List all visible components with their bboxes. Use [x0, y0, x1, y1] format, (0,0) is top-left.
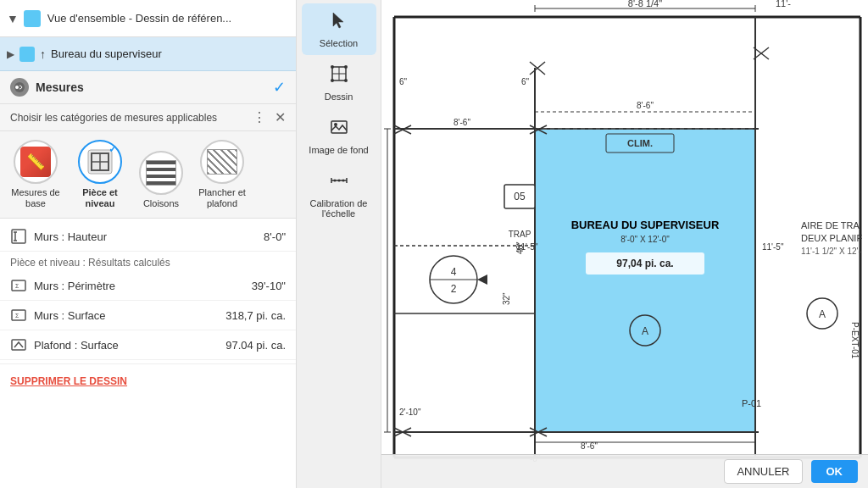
- svg-text:P-EXT-01: P-EXT-01: [850, 322, 860, 359]
- murs-perimetre-label: Murs : Périmètre: [34, 280, 252, 292]
- mesures-title: Mesures: [36, 80, 273, 94]
- categories-close-icon[interactable]: ✕: [275, 109, 286, 125]
- tool-selection-label: Sélection: [320, 38, 358, 48]
- sub-nav-expand-icon[interactable]: ▶: [7, 48, 14, 60]
- nav-collapse-icon[interactable]: ▼: [7, 12, 19, 25]
- nav-title: Vue d'ensemble - Dessin de référen...: [47, 12, 289, 25]
- svg-text:32": 32": [502, 292, 511, 305]
- murs-surface-icon: Σ: [10, 307, 27, 324]
- svg-text:A: A: [642, 325, 648, 337]
- svg-text:11'-: 11'-: [776, 0, 791, 8]
- svg-text:Σ: Σ: [15, 313, 19, 319]
- tool-selection[interactable]: Sélection: [302, 3, 376, 55]
- svg-text:TRAP: TRAP: [509, 230, 531, 239]
- canvas-bottom-bar: ANNULER OK: [381, 454, 868, 488]
- plafond-surface-icon: [10, 336, 27, 353]
- category-item-cloisons[interactable]: Cloisons: [139, 151, 183, 209]
- tool-image-fond[interactable]: Image de fond: [302, 110, 376, 162]
- right-toolbar: Sélection Dessin Image de fond: [297, 0, 381, 488]
- delete-row: SUPPRIMER LE DESSIN: [0, 363, 296, 396]
- svg-point-21: [344, 79, 348, 82]
- murs-perimetre-icon: Σ: [10, 277, 27, 294]
- mesures-header: Mesures ✓: [0, 71, 296, 104]
- categories-more-icon[interactable]: ⋮: [253, 109, 266, 125]
- sub-nav-title: Bureau du superviseur: [51, 47, 162, 60]
- tool-dessin[interactable]: Dessin: [302, 57, 376, 108]
- selection-icon: [329, 10, 349, 35]
- svg-text:6": 6": [521, 77, 530, 86]
- svg-rect-14: [12, 340, 25, 350]
- results-section-label: Pièce et niveau : Résultats calculés: [0, 252, 296, 271]
- svg-text:Σ: Σ: [15, 283, 19, 289]
- measurements-list: Murs : Hauteur 8'-0" Pièce et niveau : R…: [0, 219, 296, 488]
- category-label-cloisons: Cloisons: [143, 198, 179, 209]
- plafond-surface-value: 97.04 pi. ca.: [225, 339, 286, 352]
- svg-text:8'-6": 8'-6": [581, 441, 598, 451]
- category-icon-plancher: [200, 140, 244, 184]
- svg-point-18: [331, 65, 334, 69]
- svg-point-23: [334, 123, 337, 126]
- canvas-area[interactable]: 8'-8 1/4" 11'- 8'-6" 8'-6" 6" 6" 12'-0" …: [381, 0, 868, 488]
- murs-hauteur-row: Murs : Hauteur 8'-0": [0, 222, 296, 252]
- ok-button[interactable]: OK: [811, 460, 859, 483]
- svg-text:4: 4: [451, 266, 457, 278]
- image-fond-icon: [329, 117, 349, 141]
- left-panel: ▼ Vue d'ensemble - Dessin de référen... …: [0, 0, 297, 488]
- category-icon-base: 📏: [14, 140, 58, 184]
- category-label-base: Mesures de base: [10, 187, 61, 209]
- svg-text:8'-6": 8'-6": [637, 101, 654, 110]
- category-item-piece[interactable]: Pièce et niveau: [75, 140, 125, 209]
- wall-icon: [146, 160, 176, 186]
- floor-plan-svg: 8'-8 1/4" 11'- 8'-6" 8'-6" 6" 6" 12'-0" …: [381, 0, 868, 488]
- svg-text:DEUX PLANIF: DEUX PLANIF: [801, 233, 862, 243]
- sub-nav-color-indicator: [19, 47, 35, 62]
- annuler-button[interactable]: ANNULER: [724, 459, 802, 484]
- tool-image-fond-label: Image de fond: [309, 145, 368, 155]
- murs-surface-label: Murs : Surface: [34, 309, 225, 322]
- calibration-icon: [329, 170, 349, 195]
- svg-text:8'-0" X 12'-0": 8'-0" X 12'-0": [620, 235, 670, 244]
- category-label-plancher: Plancher et plafond: [197, 187, 248, 209]
- tape-icon: 📏: [20, 147, 51, 177]
- mesures-check-icon[interactable]: ✓: [273, 78, 286, 97]
- svg-point-29: [342, 180, 344, 182]
- sub-nav: ▶ ↑ Bureau du superviseur: [0, 37, 296, 71]
- murs-surface-value: 318,7 pi. ca.: [225, 309, 286, 322]
- svg-text:AIRE DE TRA: AIRE DE TRA: [801, 220, 860, 230]
- svg-text:BUREAU DU SUPERVISEUR: BUREAU DU SUPERVISEUR: [571, 219, 720, 231]
- category-label-piece: Pièce et niveau: [75, 187, 125, 209]
- svg-text:11'-5": 11'-5": [516, 242, 538, 252]
- svg-text:6": 6": [399, 77, 408, 86]
- plafond-surface-row: Plafond : Surface 97.04 pi. ca.: [0, 330, 296, 360]
- svg-text:CLIM.: CLIM.: [627, 138, 653, 148]
- svg-text:12'-0": 12'-0": [381, 277, 383, 299]
- svg-text:P-01: P-01: [742, 398, 761, 408]
- svg-text:2'-10": 2'-10": [399, 408, 421, 417]
- svg-rect-35: [535, 129, 755, 432]
- svg-point-28: [337, 180, 340, 182]
- categories-bar: Choisir les catégories de mesures applic…: [0, 104, 296, 131]
- delete-button[interactable]: SUPPRIMER LE DESSIN: [10, 375, 127, 387]
- murs-hauteur-value: 8'-0": [264, 230, 286, 243]
- svg-text:11'-1 1/2" X 12'-: 11'-1 1/2" X 12'-: [801, 247, 861, 256]
- dessin-icon: [329, 64, 349, 88]
- category-icons-row: 📏 Mesures de base Pièce et niveau Cl: [0, 131, 296, 219]
- top-nav: ▼ Vue d'ensemble - Dessin de référen...: [0, 0, 296, 37]
- svg-text:97,04 pi. ca.: 97,04 pi. ca.: [616, 258, 673, 269]
- svg-point-27: [333, 180, 336, 182]
- plafond-surface-label: Plafond : Surface: [34, 339, 225, 352]
- murs-perimetre-value: 39'-10": [252, 280, 286, 292]
- category-icon-cloisons: [139, 151, 183, 195]
- svg-point-19: [344, 65, 348, 69]
- svg-text:8'-8 1/4": 8'-8 1/4": [628, 0, 662, 8]
- tool-calibration-label: Calibration de l'échelle: [307, 198, 371, 219]
- tool-dessin-label: Dessin: [325, 92, 353, 102]
- murs-hauteur-label: Murs : Hauteur: [34, 230, 264, 243]
- category-item-plancher[interactable]: Plancher et plafond: [197, 140, 248, 209]
- murs-surface-row: Σ Murs : Surface 318,7 pi. ca.: [0, 301, 296, 330]
- svg-text:8'-6": 8'-6": [453, 118, 470, 127]
- tool-calibration[interactable]: Calibration de l'échelle: [302, 164, 376, 225]
- svg-text:A: A: [819, 308, 826, 320]
- murs-hauteur-icon: [10, 228, 27, 245]
- category-item-base[interactable]: 📏 Mesures de base: [10, 140, 61, 209]
